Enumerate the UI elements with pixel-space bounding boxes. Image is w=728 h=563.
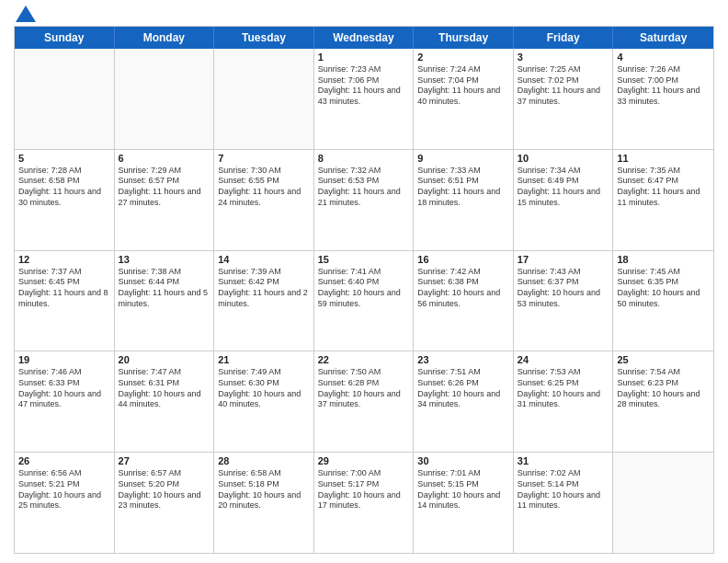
calendar-day-11: 11Sunrise: 7:35 AMSunset: 6:47 PMDayligh… [613, 150, 713, 250]
day-info: Sunrise: 6:58 AMSunset: 5:18 PMDaylight:… [218, 468, 310, 511]
calendar-day-27: 27Sunrise: 6:57 AMSunset: 5:20 PMDayligh… [115, 453, 215, 553]
calendar-day-3: 3Sunrise: 7:25 AMSunset: 7:02 PMDaylight… [514, 49, 614, 149]
day-info: Sunrise: 7:46 AMSunset: 6:33 PMDaylight:… [18, 367, 110, 410]
cal-header-cell-monday: Monday [115, 27, 215, 49]
day-info: Sunrise: 6:57 AMSunset: 5:20 PMDaylight:… [119, 468, 210, 511]
logo [14, 9, 36, 18]
cal-header-cell-friday: Friday [514, 27, 614, 49]
calendar-empty-cell [613, 453, 713, 553]
day-number: 19 [18, 354, 110, 365]
day-number: 11 [617, 153, 710, 164]
day-number: 13 [119, 254, 210, 265]
day-number: 5 [18, 153, 110, 164]
day-number: 18 [617, 254, 710, 265]
calendar-day-28: 28Sunrise: 6:58 AMSunset: 5:18 PMDayligh… [214, 453, 314, 553]
day-number: 27 [119, 455, 210, 466]
day-info: Sunrise: 7:53 AMSunset: 6:25 PMDaylight:… [518, 367, 609, 410]
calendar-day-5: 5Sunrise: 7:28 AMSunset: 6:58 PMDaylight… [15, 150, 115, 250]
calendar-day-1: 1Sunrise: 7:23 AMSunset: 7:06 PMDaylight… [314, 49, 415, 149]
day-number: 8 [318, 153, 410, 164]
calendar-week-2: 5Sunrise: 7:28 AMSunset: 6:58 PMDaylight… [15, 149, 713, 250]
day-number: 10 [518, 153, 609, 164]
day-number: 26 [18, 455, 110, 466]
day-number: 25 [617, 354, 710, 365]
calendar-day-14: 14Sunrise: 7:39 AMSunset: 6:42 PMDayligh… [214, 251, 314, 351]
calendar-day-17: 17Sunrise: 7:43 AMSunset: 6:37 PMDayligh… [514, 251, 614, 351]
calendar-day-12: 12Sunrise: 7:37 AMSunset: 6:45 PMDayligh… [15, 251, 115, 351]
calendar-day-23: 23Sunrise: 7:51 AMSunset: 6:26 PMDayligh… [414, 351, 514, 452]
cal-header-cell-saturday: Saturday [613, 27, 713, 49]
cal-header-cell-tuesday: Tuesday [214, 27, 314, 49]
day-info: Sunrise: 7:28 AMSunset: 6:58 PMDaylight:… [18, 166, 110, 209]
calendar-day-30: 30Sunrise: 7:01 AMSunset: 5:15 PMDayligh… [414, 453, 514, 553]
day-info: Sunrise: 7:45 AMSunset: 6:35 PMDaylight:… [617, 267, 710, 310]
day-number: 2 [417, 52, 509, 63]
calendar-day-31: 31Sunrise: 7:02 AMSunset: 5:14 PMDayligh… [514, 453, 614, 553]
calendar-day-6: 6Sunrise: 7:29 AMSunset: 6:57 PMDaylight… [115, 150, 215, 250]
day-number: 9 [417, 153, 509, 164]
day-number: 7 [218, 153, 310, 164]
calendar-day-9: 9Sunrise: 7:33 AMSunset: 6:51 PMDaylight… [414, 150, 514, 250]
day-info: Sunrise: 7:33 AMSunset: 6:51 PMDaylight:… [417, 166, 509, 209]
calendar-week-5: 26Sunrise: 6:56 AMSunset: 5:21 PMDayligh… [15, 452, 713, 553]
day-info: Sunrise: 7:42 AMSunset: 6:38 PMDaylight:… [417, 267, 509, 310]
calendar-empty-cell [15, 49, 115, 149]
calendar-day-13: 13Sunrise: 7:38 AMSunset: 6:44 PMDayligh… [115, 251, 215, 351]
calendar-day-29: 29Sunrise: 7:00 AMSunset: 5:17 PMDayligh… [314, 453, 415, 553]
day-info: Sunrise: 7:54 AMSunset: 6:23 PMDaylight:… [617, 367, 710, 410]
day-info: Sunrise: 7:02 AMSunset: 5:14 PMDaylight:… [518, 468, 609, 511]
day-info: Sunrise: 7:32 AMSunset: 6:53 PMDaylight:… [318, 166, 410, 209]
header [14, 9, 714, 18]
cal-header-cell-sunday: Sunday [15, 27, 115, 49]
day-number: 3 [518, 52, 609, 63]
day-info: Sunrise: 6:56 AMSunset: 5:21 PMDaylight:… [18, 468, 110, 511]
day-info: Sunrise: 7:00 AMSunset: 5:17 PMDaylight:… [318, 468, 410, 511]
logo-icon [16, 6, 36, 22]
day-number: 14 [218, 254, 310, 265]
cal-header-cell-wednesday: Wednesday [314, 27, 415, 49]
calendar-day-2: 2Sunrise: 7:24 AMSunset: 7:04 PMDaylight… [414, 49, 514, 149]
day-info: Sunrise: 7:35 AMSunset: 6:47 PMDaylight:… [617, 166, 710, 209]
day-number: 23 [417, 354, 509, 365]
day-number: 31 [518, 455, 609, 466]
calendar-body: 1Sunrise: 7:23 AMSunset: 7:06 PMDaylight… [15, 49, 713, 553]
day-number: 1 [318, 52, 410, 63]
day-info: Sunrise: 7:41 AMSunset: 6:40 PMDaylight:… [318, 267, 410, 310]
day-number: 21 [218, 354, 310, 365]
day-number: 16 [417, 254, 509, 265]
day-number: 22 [318, 354, 410, 365]
calendar-week-1: 1Sunrise: 7:23 AMSunset: 7:06 PMDaylight… [15, 49, 713, 149]
day-info: Sunrise: 7:37 AMSunset: 6:45 PMDaylight:… [18, 267, 110, 310]
calendar-day-21: 21Sunrise: 7:49 AMSunset: 6:30 PMDayligh… [214, 351, 314, 452]
day-info: Sunrise: 7:47 AMSunset: 6:31 PMDaylight:… [119, 367, 210, 410]
cal-header-cell-thursday: Thursday [414, 27, 514, 49]
calendar-week-4: 19Sunrise: 7:46 AMSunset: 6:33 PMDayligh… [15, 350, 713, 452]
calendar-day-10: 10Sunrise: 7:34 AMSunset: 6:49 PMDayligh… [514, 150, 614, 250]
calendar: SundayMondayTuesdayWednesdayThursdayFrid… [14, 26, 714, 554]
calendar-day-24: 24Sunrise: 7:53 AMSunset: 6:25 PMDayligh… [514, 351, 614, 452]
day-number: 15 [318, 254, 410, 265]
calendar-day-16: 16Sunrise: 7:42 AMSunset: 6:38 PMDayligh… [414, 251, 514, 351]
day-number: 29 [318, 455, 410, 466]
day-info: Sunrise: 7:39 AMSunset: 6:42 PMDaylight:… [218, 267, 310, 310]
calendar-day-7: 7Sunrise: 7:30 AMSunset: 6:55 PMDaylight… [214, 150, 314, 250]
day-info: Sunrise: 7:34 AMSunset: 6:49 PMDaylight:… [518, 166, 609, 209]
calendar-day-22: 22Sunrise: 7:50 AMSunset: 6:28 PMDayligh… [314, 351, 415, 452]
day-info: Sunrise: 7:51 AMSunset: 6:26 PMDaylight:… [417, 367, 509, 410]
calendar-week-3: 12Sunrise: 7:37 AMSunset: 6:45 PMDayligh… [15, 250, 713, 351]
calendar-empty-cell [115, 49, 215, 149]
day-info: Sunrise: 7:23 AMSunset: 7:06 PMDaylight:… [318, 64, 410, 108]
day-info: Sunrise: 7:29 AMSunset: 6:57 PMDaylight:… [119, 166, 210, 209]
day-info: Sunrise: 7:43 AMSunset: 6:37 PMDaylight:… [518, 267, 609, 310]
day-number: 20 [119, 354, 210, 365]
day-info: Sunrise: 7:50 AMSunset: 6:28 PMDaylight:… [318, 367, 410, 410]
day-info: Sunrise: 7:01 AMSunset: 5:15 PMDaylight:… [417, 468, 509, 511]
day-number: 30 [417, 455, 509, 466]
day-number: 4 [617, 52, 710, 63]
calendar-day-26: 26Sunrise: 6:56 AMSunset: 5:21 PMDayligh… [15, 453, 115, 553]
calendar-header: SundayMondayTuesdayWednesdayThursdayFrid… [15, 27, 713, 49]
day-info: Sunrise: 7:24 AMSunset: 7:04 PMDaylight:… [417, 64, 509, 108]
day-number: 24 [518, 354, 609, 365]
calendar-empty-cell [214, 49, 314, 149]
calendar-day-15: 15Sunrise: 7:41 AMSunset: 6:40 PMDayligh… [314, 251, 415, 351]
